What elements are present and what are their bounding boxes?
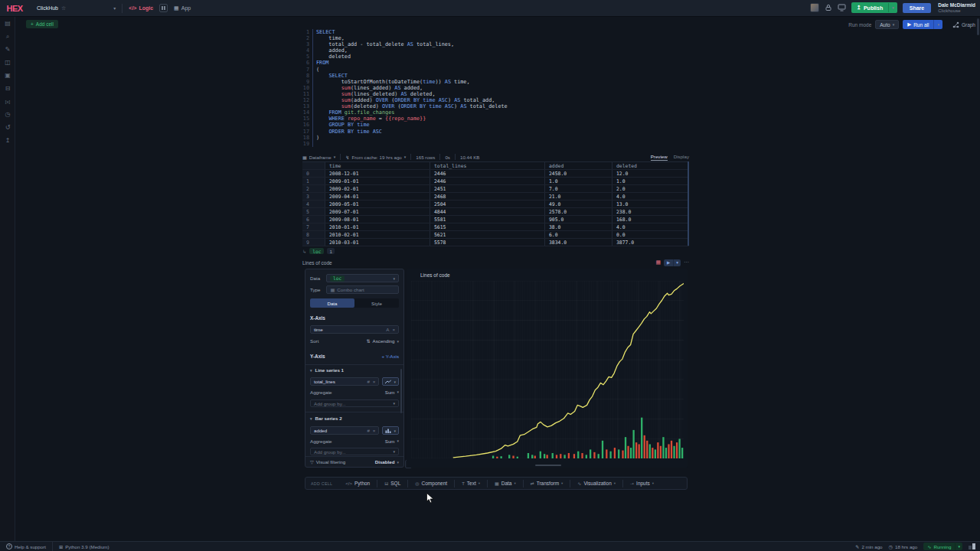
files-icon[interactable]: ⊟	[0, 82, 15, 95]
environment-icon[interactable]: ↥	[0, 134, 15, 147]
code-line[interactable]: 19	[302, 141, 689, 147]
column-header[interactable]: deleted	[612, 162, 689, 169]
sort-select[interactable]: ⇅ Ascending ▾	[366, 338, 399, 344]
data-browser-icon[interactable]: ◫	[0, 56, 15, 69]
table-row[interactable]: 12009-01-0124461.01.0	[302, 178, 689, 185]
snippets-icon[interactable]: ✎	[0, 43, 15, 56]
code-line[interactable]: 8 SELECT	[302, 73, 689, 79]
code-line[interactable]: 14 FROM git.file_changes	[302, 109, 689, 116]
publish-button[interactable]: ↥Publish ▾	[851, 2, 897, 13]
tab-data[interactable]: Data	[310, 298, 354, 308]
code-line[interactable]: 1SELECT	[302, 29, 689, 35]
hex-logo[interactable]: HEX	[0, 4, 29, 13]
more-menu-icon[interactable]: ⋯	[684, 259, 689, 266]
bar-series-field[interactable]: added #×	[310, 426, 379, 435]
code-line[interactable]: 17 ORDER BY time ASC	[302, 129, 689, 135]
app-preview-icon[interactable]	[838, 4, 846, 11]
code-line[interactable]: 2 time,	[302, 35, 689, 41]
add-sql-cell-button[interactable]: ⊟SQL	[377, 481, 407, 486]
code-line[interactable]: 18)	[302, 135, 689, 141]
code-line[interactable]: 13 sum(deleted) OVER (ORDER BY time ASC)…	[302, 103, 689, 109]
group-by-select[interactable]: Add group by... ▾	[310, 448, 399, 455]
cache-status[interactable]: ↯ From cache: 19 hrs ago ▾	[345, 155, 406, 160]
column-header[interactable]: time	[325, 162, 430, 169]
data-source-select[interactable]: loc ▾	[326, 274, 399, 282]
graph-button[interactable]: Graph	[952, 21, 975, 28]
code-line[interactable]: 3 total_add - total_delete AS total_line…	[302, 41, 689, 47]
scheduled-runs-icon[interactable]: ◷	[0, 108, 15, 121]
project-chevron-icon[interactable]: ▾	[113, 5, 116, 11]
chart-scrollbar[interactable]	[535, 465, 561, 466]
chart-type-select[interactable]: ▦ Combo chart	[326, 285, 399, 294]
components-icon[interactable]: ▣	[0, 69, 15, 82]
line-series-field[interactable]: total_lines #×	[310, 377, 379, 386]
last-saved[interactable]: ◷ 18 hrs ago	[889, 544, 918, 549]
page-scrollbar[interactable]	[977, 18, 979, 35]
dataframe-table[interactable]: timetotal_linesaddeddeleted02008-12-0124…	[302, 161, 689, 246]
table-row[interactable]: 42009-05-01250449.013.0	[302, 201, 689, 208]
lock-icon[interactable]	[825, 4, 832, 11]
chevron-down-icon[interactable]: ▾	[673, 259, 681, 266]
table-row[interactable]: 22009-02-0124517.02.0	[302, 185, 689, 193]
series-kind-select-bar[interactable]: ▾	[382, 426, 399, 435]
table-row[interactable]: 02008-12-0124462458.012.0	[302, 170, 689, 178]
remove-field-icon[interactable]: ×	[373, 379, 376, 384]
table-row[interactable]: 62009-08-015581905.0168.0	[302, 216, 689, 223]
add-transform-cell-button[interactable]: ⇄Transform▾	[524, 481, 570, 486]
run-all-dropdown-icon[interactable]: ▾	[933, 20, 942, 29]
add-text-cell-button[interactable]: TText▾	[455, 481, 487, 486]
search-icon[interactable]: ⌕	[0, 30, 15, 43]
aggregate-select[interactable]: Sum ▾	[385, 439, 399, 444]
code-line[interactable]: 6FROM	[302, 60, 689, 66]
line-series-1-header[interactable]: ▾ Line series 1	[310, 367, 344, 373]
kernel-running-badge[interactable]: ∿Running ▾	[923, 543, 962, 550]
code-line[interactable]: 7(	[302, 67, 689, 73]
collaborator-avatar[interactable]	[810, 3, 819, 12]
code-line[interactable]: 12 sum(added) OVER (ORDER BY time ASC) A…	[302, 97, 689, 103]
config-scrollbar[interactable]	[400, 369, 402, 413]
tab-preview[interactable]: Preview	[651, 154, 668, 161]
combo-chart[interactable]	[411, 281, 684, 458]
column-header[interactable]: added	[545, 162, 612, 169]
star-icon[interactable]: ☆	[61, 5, 66, 11]
last-edited[interactable]: ✎ 2 min ago	[855, 544, 882, 549]
remove-field-icon[interactable]: ×	[373, 428, 376, 433]
group-by-select[interactable]: Add group by... ▾	[310, 399, 399, 407]
code-line[interactable]: 4 added,	[302, 47, 689, 54]
tab-logic[interactable]: </> Logic	[129, 5, 153, 11]
add-inputs-cell-button[interactable]: ⊸Inputs▾	[623, 481, 661, 486]
bar-series-2-header[interactable]: ▾ Bar series 2	[310, 416, 342, 421]
add-visualization-cell-button[interactable]: ∿Visualization▾	[570, 481, 622, 486]
table-scrollbar[interactable]	[688, 161, 689, 246]
dataframe-select[interactable]: ▦ Dataframe ▾	[302, 155, 335, 160]
share-button[interactable]: Share	[903, 3, 931, 13]
add-cell-button[interactable]: + Add cell	[26, 20, 58, 28]
aggregate-select[interactable]: Sum ▾	[385, 390, 399, 395]
run-all-button[interactable]: ▶Run all ▾	[903, 20, 942, 29]
help-support-button[interactable]: ? Help & support	[0, 542, 53, 551]
x-axis-field[interactable]: time A×	[310, 325, 399, 334]
split-view-icon[interactable]	[159, 4, 168, 12]
chart-cell-title[interactable]: Lines of code	[302, 260, 332, 266]
remove-field-icon[interactable]: ×	[392, 327, 395, 332]
code-line[interactable]: 5 deleted	[302, 54, 689, 60]
project-title[interactable]: ClickHub ☆	[37, 5, 66, 11]
code-line[interactable]: 10 sum(lines_added) AS added,	[302, 85, 689, 91]
kernel-status[interactable]: ⊞ Python 3.9 (Medium)	[53, 542, 116, 551]
series-kind-select-line[interactable]: ▾	[382, 377, 399, 386]
add-y-axis-button[interactable]: + Y-Axis	[381, 354, 399, 359]
add-component-cell-button[interactable]: ◎Component	[408, 481, 454, 486]
version-history-icon[interactable]: ↺	[0, 121, 15, 134]
column-header[interactable]: total_lines	[430, 162, 545, 169]
visual-filtering-select[interactable]: Disabled ▾	[375, 459, 399, 465]
result-variable-chip[interactable]: loc	[309, 248, 324, 254]
add-data-cell-button[interactable]: ▦Data▾	[488, 481, 523, 486]
tab-display[interactable]: Display	[674, 154, 689, 161]
run-mode-select[interactable]: Auto ▾	[875, 20, 899, 29]
cells-outline-icon[interactable]: ▤	[0, 17, 15, 30]
table-row[interactable]: 72010-01-01561538.04.0	[302, 223, 689, 231]
resource-gauge-icon[interactable]	[969, 543, 975, 549]
code-line[interactable]: 11 sum(lines_deleted) AS deleted,	[302, 91, 689, 97]
tab-app[interactable]: ▦ App	[174, 5, 191, 11]
publish-dropdown-icon[interactable]: ▾	[888, 3, 897, 12]
